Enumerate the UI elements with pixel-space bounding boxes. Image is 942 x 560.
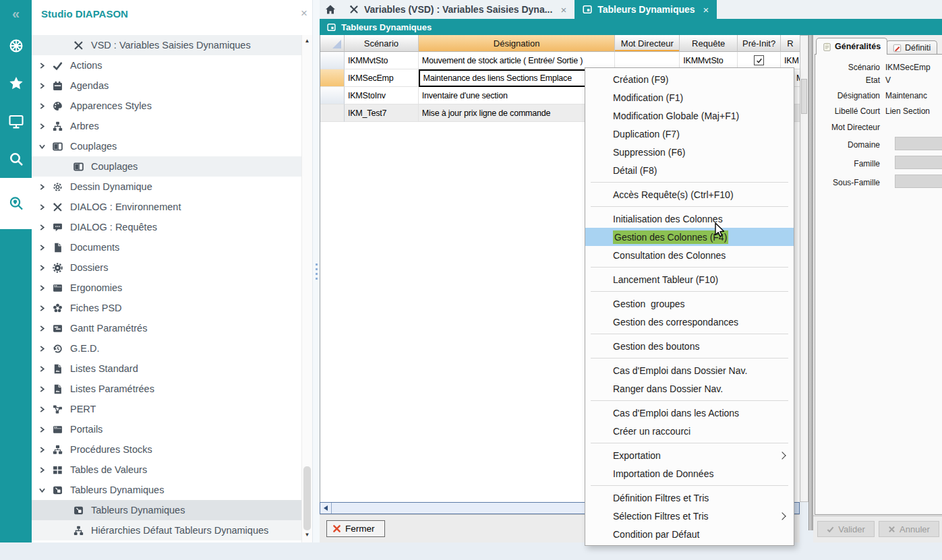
- chevron-right-icon[interactable]: [39, 386, 49, 392]
- chevron-down-icon[interactable]: [39, 144, 49, 150]
- menu-item-gestion-des-colonnes-f4[interactable]: Gestion des Colonnes (F4): [585, 228, 794, 246]
- tree-item-dialog-requetes[interactable]: DIALOG : Requêtes: [32, 217, 302, 237]
- checkbox-checked-icon[interactable]: [754, 55, 764, 65]
- tree-item-tableurs-dynamiques[interactable]: Tableurs Dynamiques: [32, 480, 302, 500]
- chevron-right-icon[interactable]: [39, 224, 49, 230]
- tree-item-dossiers[interactable]: Dossiers: [32, 257, 302, 278]
- row-header-cell[interactable]: [320, 69, 345, 87]
- row-header-cell[interactable]: [320, 52, 345, 69]
- chevron-right-icon[interactable]: [39, 467, 49, 473]
- tree-item-couplages[interactable]: Couplages: [32, 136, 302, 156]
- tree-item-dialog-environnement[interactable]: DIALOG : Environnement: [32, 197, 302, 217]
- tree-item-gantt-parametres[interactable]: Gantt Paramétrés: [32, 318, 302, 338]
- close-tab-icon[interactable]: ×: [703, 4, 709, 15]
- table-vertical-scrollbar[interactable]: [800, 35, 808, 502]
- menu-item-consultation-des-colonnes[interactable]: Consultation des Colonnes: [585, 246, 794, 264]
- chevron-right-icon[interactable]: [39, 63, 49, 69]
- menu-item-condition-par-defaut[interactable]: Condition par Défaut: [585, 525, 794, 543]
- menu-item-cas-d-emploi-dans-dossier-nav[interactable]: Cas d'Emploi dans Dossier Nav.: [585, 361, 794, 379]
- col-header-designation[interactable]: Désignation: [419, 35, 616, 52]
- tree-splitter-grip[interactable]: [312, 0, 320, 542]
- menu-item-definition-filtres-et-tris[interactable]: Définition Filtres et Tris: [585, 489, 794, 507]
- menu-item-modification-f1[interactable]: Modification (F1): [585, 88, 794, 106]
- menu-item-gestion-groupes[interactable]: Gestion groupes: [585, 294, 794, 313]
- chevron-down-icon[interactable]: [39, 487, 49, 493]
- tree-item-actions[interactable]: Actions: [32, 55, 302, 75]
- menu-item-acces-requete-s-ctrl-f10[interactable]: Accès Requête(s) (Ctrl+F10): [585, 185, 794, 204]
- tree-item-dessin-dynamique[interactable]: Dessin Dynamique: [32, 177, 302, 197]
- tab-tableurs-dynamiques[interactable]: Tableurs Dynamiques×: [575, 0, 717, 19]
- rail-item-wheel[interactable]: [0, 27, 32, 65]
- menu-item-creation-f9[interactable]: Création (F9): [585, 70, 794, 88]
- tree-item-portails[interactable]: Portails: [32, 419, 302, 439]
- scroll-left-button[interactable]: [320, 503, 332, 514]
- col-header-mot-directeur[interactable]: Mot Directeur: [615, 35, 680, 52]
- cell-scenario[interactable]: IKM_Test7: [345, 104, 419, 122]
- close-icon[interactable]: ×: [301, 7, 307, 20]
- field-input-domaine[interactable]: [895, 137, 942, 150]
- tree-item-arbres[interactable]: Arbres: [32, 116, 302, 136]
- menu-item-importation-de-donnees[interactable]: Importation de Données: [585, 464, 794, 483]
- detail-panel-splitter[interactable]: [808, 35, 813, 530]
- scrollbar-thumb[interactable]: [303, 466, 311, 530]
- cell-scenario[interactable]: IKMSecEmp: [345, 69, 419, 87]
- scroll-up-icon[interactable]: ▲: [302, 36, 312, 46]
- tree-item-tables-de-valeurs[interactable]: Tables de Valeurs: [32, 460, 302, 480]
- cell-scenario[interactable]: IKMMvtSto: [345, 52, 419, 69]
- menu-item-initialisation-des-colonnes[interactable]: Initialisation des Colonnes: [585, 210, 794, 228]
- scroll-down-icon[interactable]: ▼: [302, 530, 312, 540]
- chevron-right-icon[interactable]: [39, 406, 49, 412]
- menu-item-ranger-dans-dossier-nav[interactable]: Ranger dans Dossier Nav.: [585, 379, 794, 398]
- chevron-right-icon[interactable]: [39, 204, 49, 210]
- tree-item-agendas[interactable]: Agendas: [32, 75, 302, 96]
- fermer-button[interactable]: Fermer: [326, 520, 385, 537]
- col-header-r[interactable]: R: [781, 35, 800, 52]
- tree-item-ergonomies[interactable]: Ergonomies: [32, 278, 302, 298]
- field-input-famille[interactable]: [895, 156, 942, 169]
- chevron-right-icon[interactable]: [39, 346, 49, 352]
- col-header-rowhead[interactable]: [320, 35, 345, 52]
- tab-variables-vsd-variables-saisies-dyna[interactable]: Variables (VSD) : Variables Saisies Dyna…: [341, 0, 575, 19]
- menu-item-gestion-des-correspondances[interactable]: Gestion des correspondances: [585, 313, 794, 331]
- tree-item-apparences-styles[interactable]: Apparences Styles: [32, 96, 302, 116]
- chevron-right-icon[interactable]: [39, 123, 49, 129]
- menu-item-detail-f8[interactable]: Détail (F8): [585, 161, 794, 179]
- menu-item-exportation[interactable]: Exportation: [585, 446, 794, 464]
- valider-button[interactable]: Valider: [817, 521, 875, 537]
- tree-item-hierarchies-defaut-tableurs-dynamiques[interactable]: Hiérarchies Défaut Tableurs Dynamiques: [32, 520, 302, 540]
- chevron-right-icon[interactable]: [39, 366, 49, 372]
- tree-item-g-e-d[interactable]: G.E.D.: [32, 338, 302, 359]
- menu-item-cas-d-emploi-dans-les-actions[interactable]: Cas d'Emploi dans les Actions: [585, 404, 794, 422]
- menu-item-suppression-f6[interactable]: Suppression (F6): [585, 143, 794, 161]
- chevron-right-icon[interactable]: [39, 325, 49, 332]
- tree-item-couplages[interactable]: Couplages: [32, 156, 302, 177]
- detail-tab-definiti[interactable]: Définiti: [886, 40, 937, 55]
- chevron-right-icon[interactable]: [39, 285, 49, 291]
- field-input-sous-famille[interactable]: [895, 175, 942, 188]
- rail-item-search[interactable]: [0, 140, 32, 178]
- chevron-right-icon[interactable]: [39, 447, 49, 453]
- chevron-right-icon[interactable]: [39, 245, 49, 251]
- tree-item-procedures-stocks[interactable]: Procédures Stocks: [32, 439, 302, 460]
- row-header-cell[interactable]: [320, 87, 345, 104]
- cell-scenario[interactable]: IKMStoInv: [345, 87, 419, 104]
- chevron-right-icon[interactable]: [39, 265, 49, 271]
- tree-item-tableurs-dynamiques[interactable]: Tableurs Dynamiques: [32, 500, 302, 520]
- menu-item-gestion-des-boutons[interactable]: Gestion des boutons: [585, 337, 794, 355]
- menu-item-lancement-tableur-f10[interactable]: Lancement Tableur (F10): [585, 270, 794, 288]
- tree-item-listes-parametrees[interactable]: Listes Paramétrées: [32, 379, 302, 399]
- tree-item-pert[interactable]: PERT: [32, 399, 302, 419]
- tree-item-vsd-variables-saisies-dynamiques[interactable]: VSD : Variables Saisies Dynamiques: [32, 35, 302, 55]
- rail-item-collapse-panel[interactable]: «: [0, 0, 32, 27]
- chevron-right-icon[interactable]: [39, 427, 49, 433]
- close-tab-icon[interactable]: ×: [560, 4, 566, 15]
- chevron-right-icon[interactable]: [39, 305, 49, 311]
- annuler-button[interactable]: Annuler: [879, 521, 939, 537]
- chevron-right-icon[interactable]: [39, 83, 49, 89]
- row-header-cell[interactable]: [320, 104, 345, 122]
- tree-item-documents[interactable]: Documents: [32, 237, 302, 257]
- menu-item-creer-un-raccourci[interactable]: Créer un raccourci: [585, 422, 794, 440]
- menu-item-modification-globale-maj-f1[interactable]: Modification Globale (Maj+F1): [585, 106, 794, 125]
- chevron-right-icon[interactable]: [39, 184, 49, 190]
- chevron-right-icon[interactable]: [39, 103, 49, 109]
